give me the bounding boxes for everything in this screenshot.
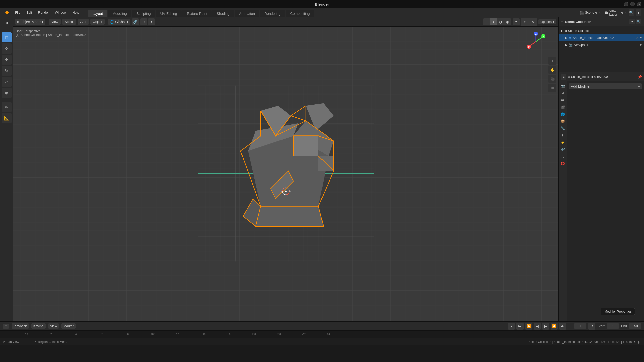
scene-selector[interactable]: Scene	[585, 11, 594, 14]
keying-menu[interactable]: Keying	[31, 323, 46, 329]
object-props-icon[interactable]: 📦	[560, 118, 566, 124]
output-props-icon[interactable]: 🖥	[560, 90, 566, 96]
xray-button[interactable]: /\	[529, 18, 536, 25]
play-reverse-button[interactable]: ◀	[534, 323, 541, 330]
modifier-props-icon[interactable]: 🔧	[560, 125, 566, 131]
object-name-label: Shape_IndexedFaceSet.002	[571, 75, 637, 79]
app-title: Blender	[315, 2, 329, 6]
constraints-props-icon[interactable]: 🔗	[560, 146, 566, 152]
view-menu[interactable]: View	[49, 19, 61, 25]
view-layer-props-icon[interactable]: 🏔	[560, 97, 566, 103]
prev-keyframe-button[interactable]: ⏪	[525, 323, 532, 330]
wireframe-button[interactable]: □	[483, 18, 490, 25]
next-keyframe-button[interactable]: ⏩	[551, 323, 558, 330]
move-tool[interactable]: ✥	[2, 55, 12, 65]
global-dropdown[interactable]: 🌐 Global ▾	[108, 19, 130, 25]
search-button[interactable]: 🔍	[629, 9, 634, 16]
proportional-type-button[interactable]: ▾	[148, 18, 155, 25]
menu-file[interactable]: File	[13, 10, 23, 15]
view-layer-selector[interactable]: View Layer	[609, 9, 620, 16]
tab-shading[interactable]: Shading	[212, 10, 234, 17]
filter-icon[interactable]: ▼	[636, 9, 641, 16]
window-controls[interactable]: − □ ×	[624, 2, 641, 6]
ortho-button[interactable]: ⊞	[548, 84, 556, 92]
tab-layout[interactable]: Layout	[88, 10, 107, 17]
solid-shading-button[interactable]: ●	[490, 18, 497, 25]
tab-rendering[interactable]: Rendering	[260, 10, 285, 17]
add-modifier-button[interactable]: Add Modifier ▾	[569, 83, 642, 89]
keyframe-dot[interactable]: ●	[508, 323, 515, 330]
object-menu[interactable]: Object	[90, 19, 105, 25]
shape-eye-icon[interactable]: 👁	[639, 36, 642, 39]
data-props-icon[interactable]: △	[560, 153, 566, 159]
rotate-tool[interactable]: ↻	[2, 66, 12, 76]
current-frame-input[interactable]: 1	[574, 323, 586, 329]
proportional-edit-button[interactable]: ⊙	[140, 18, 147, 25]
options-menu[interactable]: Options ▾	[538, 19, 556, 24]
tab-uv-editing[interactable]: UV Editing	[156, 10, 181, 17]
snap-button[interactable]: 🔗	[132, 18, 139, 25]
minimize-button[interactable]: −	[624, 2, 628, 6]
viewport-3d[interactable]: User Perspective (1) Scene Collection | …	[13, 27, 558, 321]
start-frame-input[interactable]: 1	[607, 323, 619, 329]
viewpoint-eye-icon[interactable]: 👁	[639, 43, 642, 47]
overlay-button[interactable]: ⊘	[522, 18, 529, 25]
menu-help[interactable]: Help	[70, 10, 82, 15]
cursor-tool[interactable]: ✛	[2, 43, 12, 54]
select-tool[interactable]: ◻	[2, 32, 12, 42]
shading-options-button[interactable]: ▾	[513, 18, 520, 25]
close-button[interactable]: ×	[637, 2, 641, 6]
tab-sculpting[interactable]: Sculpting	[132, 10, 155, 17]
outliner-filter-button[interactable]: ▼	[629, 19, 635, 24]
scale-tool[interactable]: ⤢	[2, 77, 12, 87]
playback-menu[interactable]: Playback	[12, 323, 29, 329]
blender-icon[interactable]: 🔶	[3, 10, 12, 15]
measure-tool[interactable]: 📐	[2, 113, 12, 123]
play-button[interactable]: ▶	[542, 323, 549, 330]
maximize-button[interactable]: □	[630, 2, 635, 6]
tab-animation[interactable]: Animation	[235, 10, 259, 17]
world-props-icon[interactable]: 🌐	[560, 111, 566, 117]
select-menu[interactable]: Select	[62, 19, 76, 25]
outliner-item-viewpoint[interactable]: ▶ 📷 Viewpoint 👁	[559, 41, 644, 48]
props-mode-icon[interactable]: ≡	[561, 74, 566, 80]
material-preview-button[interactable]: ◑	[497, 18, 504, 25]
timeline-view-menu[interactable]: View	[48, 323, 59, 329]
marker-menu[interactable]: Marker	[61, 323, 75, 329]
tab-modeling[interactable]: Modeling	[108, 10, 131, 17]
particles-props-icon[interactable]: ✦	[560, 132, 566, 138]
end-frame-input[interactable]: 250	[629, 323, 641, 329]
scene-props-icon[interactable]: 🎬	[560, 104, 566, 110]
add-menu[interactable]: Add	[78, 19, 89, 25]
tab-compositing[interactable]: Compositing	[286, 10, 314, 17]
menu-window[interactable]: Window	[52, 10, 69, 15]
timeline-editor-icon[interactable]: ⊞	[3, 324, 9, 329]
annotate-tool[interactable]: ✏	[2, 102, 12, 112]
menu-render[interactable]: Render	[35, 10, 51, 15]
jump-start-button[interactable]: ⏮	[516, 323, 524, 330]
rendered-button[interactable]: ◉	[504, 18, 511, 25]
camera-button[interactable]: 🎥	[548, 75, 556, 83]
jump-end-button[interactable]: ⏭	[559, 323, 566, 330]
tab-texture-paint[interactable]: Texture Paint	[182, 10, 212, 17]
scene-remove-icon[interactable]: ✕	[599, 11, 601, 14]
object-mode-dropdown[interactable]: ⊞ Object Mode ▾	[15, 19, 45, 25]
timeline-ruler[interactable]: 10 20 40 60 80 100 120 140 160 180 200 2…	[0, 330, 644, 338]
scene-add-icon[interactable]: ⊕	[595, 11, 598, 14]
menu-edit[interactable]: Edit	[24, 10, 34, 15]
pin-icon[interactable]: 📌	[638, 75, 642, 79]
scene-collection-row[interactable]: ▶ ⊞ Scene Collection	[559, 27, 644, 34]
zoom-in-button[interactable]: +	[548, 57, 556, 65]
viewport-mode-selector[interactable]: ⊞	[1, 19, 12, 27]
viewport-info: User Perspective (1) Scene Collection | …	[16, 29, 89, 37]
pan-button[interactable]: ✋	[548, 66, 556, 74]
viewport-gizmo[interactable]: Z Y X	[526, 32, 551, 57]
transform-tool[interactable]: ⊕	[2, 88, 12, 98]
outliner-search-button[interactable]: 🔍	[636, 19, 641, 24]
material-props-icon[interactable]: ⭕	[560, 160, 566, 166]
physics-props-icon[interactable]: ⚡	[560, 139, 566, 145]
vl-add-icon[interactable]: ⊕	[621, 11, 624, 14]
render-props-icon[interactable]: 📷	[560, 83, 566, 89]
vl-remove-icon[interactable]: ✕	[625, 11, 627, 14]
outliner-item-shape[interactable]: ▶ ◆ Shape_IndexedFaceSet.002 ▽ 👁	[559, 34, 644, 41]
